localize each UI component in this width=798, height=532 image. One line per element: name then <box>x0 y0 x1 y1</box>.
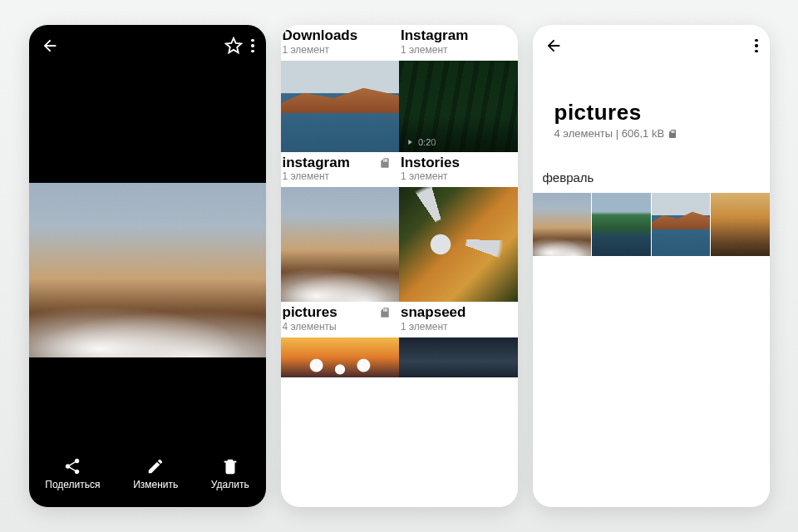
back-icon[interactable] <box>544 37 563 55</box>
star-icon[interactable] <box>224 37 243 55</box>
photo-thumb[interactable] <box>592 193 652 256</box>
album-thumb[interactable] <box>281 337 400 377</box>
albums-grid[interactable]: Downloads 1 элемент Instagram 1 элемент … <box>281 25 518 507</box>
albums-screen: Downloads 1 элемент Instagram 1 элемент … <box>281 25 518 507</box>
album-sub: 1 элемент <box>283 44 398 56</box>
photo-thumb[interactable] <box>533 193 593 256</box>
album-thumb[interactable] <box>281 61 400 152</box>
album-sub: 4 элементы <box>283 321 398 332</box>
album-thumb[interactable] <box>281 187 400 302</box>
share-label: Поделиться <box>45 479 100 490</box>
photo[interactable] <box>29 183 266 357</box>
sd-card-icon <box>379 307 391 318</box>
album-subtitle: 4 элементы | 606,1 kB <box>554 127 665 140</box>
more-icon[interactable] <box>251 39 254 53</box>
video-duration: 0:20 <box>418 137 436 147</box>
edit-label: Изменить <box>133 479 178 490</box>
album-header[interactable]: Instories 1 элемент <box>399 152 518 188</box>
edit-button[interactable]: Изменить <box>133 457 178 490</box>
album-sub: 1 элемент <box>283 170 398 182</box>
photo-thumb[interactable] <box>652 193 712 256</box>
album-header[interactable]: snapseed 1 элемент <box>399 302 518 337</box>
album-thumb[interactable] <box>399 187 518 302</box>
album-sub: 1 элемент <box>401 44 516 56</box>
album-name: Instories <box>401 155 516 171</box>
more-icon[interactable] <box>755 39 758 53</box>
play-icon <box>406 138 414 146</box>
photo-strip <box>533 193 770 256</box>
album-header[interactable]: instagram 1 элемент <box>281 152 400 188</box>
share-icon <box>63 457 81 475</box>
delete-button[interactable]: Удалить <box>211 457 249 490</box>
share-button[interactable]: Поделиться <box>45 457 100 490</box>
album-header[interactable]: Instagram 1 элемент <box>399 25 518 61</box>
delete-label: Удалить <box>211 479 249 490</box>
back-icon[interactable] <box>41 37 59 55</box>
album-sub: 1 элемент <box>401 321 516 332</box>
album-header[interactable]: Downloads 1 элемент <box>281 25 400 61</box>
delete-icon <box>221 457 239 475</box>
photo-thumb[interactable] <box>711 193 770 256</box>
edit-icon <box>146 457 165 475</box>
month-label: февраль <box>543 170 594 185</box>
album-title: pictures <box>554 100 753 126</box>
album-detail-screen: pictures 4 элементы | 606,1 kB февраль <box>533 25 770 507</box>
album-name: Downloads <box>283 28 398 44</box>
album-name: Instagram <box>401 28 516 44</box>
viewer-bottombar: Поделиться Изменить Удалить <box>29 449 266 507</box>
viewer-topbar <box>29 25 266 66</box>
sd-card-icon <box>667 129 677 139</box>
album-thumb[interactable] <box>399 337 518 377</box>
video-badge: 0:20 <box>406 137 436 147</box>
album-sub: 1 элемент <box>401 170 516 182</box>
photo-viewer-screen: Поделиться Изменить Удалить <box>29 25 266 507</box>
album-header: pictures 4 элементы | 606,1 kB <box>554 100 753 140</box>
photo-image <box>29 183 266 357</box>
album-header[interactable]: pictures 4 элементы <box>281 302 400 337</box>
album-thumb[interactable]: 0:20 <box>399 61 518 152</box>
detail-topbar <box>533 25 770 66</box>
album-name: snapseed <box>401 305 516 321</box>
sd-card-icon <box>379 157 391 169</box>
